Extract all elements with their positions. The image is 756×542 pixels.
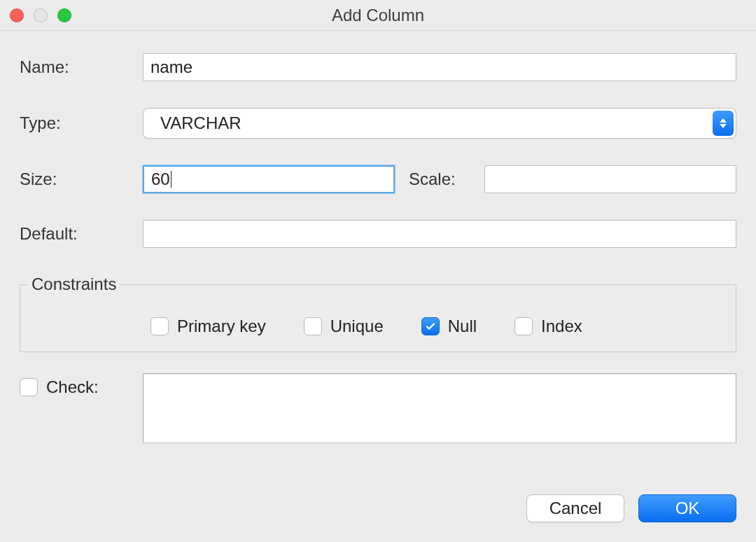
null-label: Null <box>448 317 477 336</box>
index-label: Index <box>541 317 582 336</box>
type-select[interactable]: VARCHAR <box>143 108 736 139</box>
check-label: Check: <box>46 377 99 397</box>
minimize-window-button[interactable] <box>34 8 48 22</box>
default-row: Default: <box>20 220 736 248</box>
primary-key-checkbox[interactable]: Primary key <box>150 317 266 336</box>
cancel-button[interactable]: Cancel <box>526 494 624 522</box>
name-input[interactable] <box>143 53 736 81</box>
size-scale-row: Size: 60 Scale: <box>20 165 736 193</box>
dialog-content: Name: Type: VARCHAR Size: 60 Scale: De <box>0 31 756 443</box>
chevron-down-icon <box>720 124 727 128</box>
type-label: Type: <box>20 113 143 133</box>
window-title: Add Column <box>0 6 756 25</box>
constraints-group: Constraints Primary key Unique <box>20 275 736 352</box>
unique-label: Unique <box>330 317 384 336</box>
checkbox-box <box>304 317 322 335</box>
check-checkbox[interactable]: Check: <box>20 377 99 397</box>
null-checkbox[interactable]: Null <box>421 317 477 336</box>
chevron-up-icon <box>720 118 727 123</box>
check-row: Check: <box>20 373 736 443</box>
add-column-dialog: Add Column Name: Type: VARCHAR Size: 60 … <box>0 0 756 542</box>
scale-input[interactable] <box>484 165 736 193</box>
type-row: Type: VARCHAR <box>20 108 736 139</box>
ok-button[interactable]: OK <box>638 494 736 522</box>
text-caret-icon <box>171 171 172 188</box>
titlebar: Add Column <box>0 0 756 31</box>
check-expression-input[interactable] <box>143 373 736 443</box>
check-icon <box>425 321 436 332</box>
index-checkbox[interactable]: Index <box>514 317 582 336</box>
name-label: Name: <box>20 57 143 77</box>
checkbox-box <box>150 317 169 335</box>
default-input[interactable] <box>143 220 736 248</box>
primary-key-label: Primary key <box>177 317 266 336</box>
constraints-checkboxes: Primary key Unique Null <box>150 317 729 336</box>
window-controls <box>10 0 71 30</box>
checkbox-box <box>421 317 440 335</box>
size-input-value: 60 <box>151 169 170 189</box>
name-row: Name: <box>20 53 736 81</box>
size-label: Size: <box>20 169 143 189</box>
dialog-footer: Cancel OK <box>526 494 736 522</box>
checkbox-box <box>514 317 533 335</box>
zoom-window-button[interactable] <box>57 8 71 22</box>
stepper-arrows-icon <box>713 111 734 136</box>
close-window-button[interactable] <box>10 8 24 22</box>
checkbox-box <box>20 378 38 396</box>
scale-label: Scale: <box>409 169 484 189</box>
type-select-value: VARCHAR <box>160 113 241 133</box>
constraints-legend: Constraints <box>27 275 120 294</box>
unique-checkbox[interactable]: Unique <box>304 317 384 336</box>
size-input[interactable]: 60 <box>143 165 395 193</box>
default-label: Default: <box>20 224 143 244</box>
